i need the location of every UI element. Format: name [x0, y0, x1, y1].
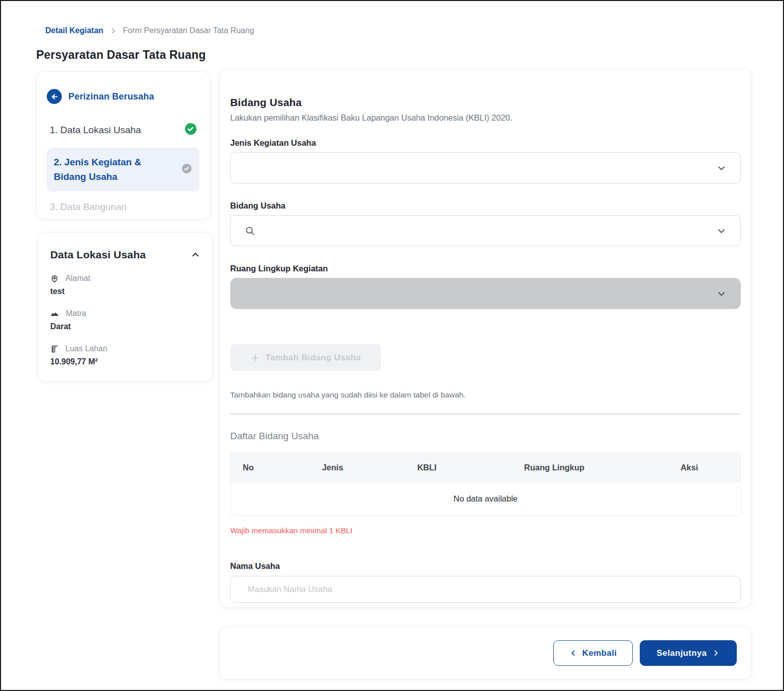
section-title: Bidang Usaha — [230, 96, 741, 109]
data-lokasi-usaha-toggle[interactable]: Data Lokasi Usaha — [50, 249, 200, 261]
bidang-usaha-select[interactable] — [230, 215, 741, 246]
table-header-row: No Jenis KBLI Ruang Lingkup Aksi — [231, 453, 740, 482]
page: Detail Kegiatan Form Persyaratan Dasar T… — [0, 0, 784, 691]
matra-value: Darat — [50, 322, 200, 331]
check-circle-gray-icon — [182, 164, 191, 175]
kembali-button[interactable]: Kembali — [553, 640, 633, 666]
location-pin-icon — [50, 274, 59, 283]
table-empty-state: No data available — [231, 482, 740, 515]
ruang-lingkup-kegiatan-label: Ruang Lingkup Kegiatan — [230, 264, 741, 273]
breadcrumb-link-detail-kegiatan[interactable]: Detail Kegiatan — [45, 26, 104, 35]
chevron-up-icon — [191, 250, 200, 259]
column-jenis: Jenis — [281, 463, 383, 472]
breadcrumb: Detail Kegiatan Form Persyaratan Dasar T… — [45, 26, 254, 35]
page-title: Persyaratan Dasar Tata Ruang — [36, 48, 206, 62]
luas-lahan-field: Luas Lahan 10.909,77 M² — [50, 344, 200, 366]
tambah-button-label: Tambah Bidang Usaha — [265, 353, 361, 363]
ruang-lingkup-kegiatan-select — [230, 278, 741, 309]
alamat-field: Alamat test — [50, 274, 200, 296]
check-circle-green-icon — [185, 123, 197, 137]
column-ruang-lingkup: Ruang Lingkup — [470, 463, 639, 472]
divider — [230, 414, 741, 415]
column-kbli: KBLI — [383, 463, 470, 472]
back-to-perizinan-berusaha[interactable]: Perizinan Berusaha — [47, 89, 200, 104]
matra-field: Matra Darat — [50, 309, 200, 331]
back-label: Perizinan Berusaha — [68, 91, 154, 102]
plus-icon — [250, 353, 260, 363]
nama-usaha-label: Nama Usaha — [230, 561, 741, 571]
mountains-icon — [50, 309, 59, 318]
bidang-usaha-table: No Jenis KBLI Ruang Lingkup Aksi No data… — [230, 453, 741, 516]
stepper-card: Perizinan Berusaha 1. Data Lokasi Usaha … — [36, 71, 210, 219]
step-label: 2. Jenis Kegiatan & Bidang Usaha — [54, 155, 159, 184]
data-lokasi-usaha-card: Data Lokasi Usaha Alamat test Matra Dara… — [38, 232, 213, 381]
column-no: No — [231, 463, 281, 472]
chevron-down-icon — [717, 226, 726, 236]
nama-usaha-input[interactable] — [230, 576, 741, 603]
chevron-down-icon — [717, 289, 726, 299]
selanjutnya-label: Selanjutnya — [657, 648, 707, 658]
ruler-icon — [50, 345, 59, 353]
section-subtitle: Lakukan pemilihan Klasifikasi Baku Lapan… — [230, 113, 741, 123]
kbli-error-message: Wajib memasukkan minimal 1 KBLI — [230, 526, 741, 535]
chevron-right-icon — [110, 27, 117, 35]
kembali-label: Kembali — [582, 648, 617, 658]
column-aksi: Aksi — [638, 463, 740, 472]
chevron-down-icon — [717, 163, 726, 173]
matra-label: Matra — [66, 309, 86, 318]
selanjutnya-button[interactable]: Selanjutnya — [640, 640, 737, 666]
breadcrumb-current: Form Persyaratan Dasar Tata Ruang — [123, 26, 254, 35]
step-jenis-kegiatan-bidang-usaha[interactable]: 2. Jenis Kegiatan & Bidang Usaha — [47, 148, 200, 191]
step-label: 1. Data Lokasi Usaha — [50, 125, 141, 136]
bidang-usaha-form-card: Bidang Usaha Lakukan pemilihan Klasifika… — [220, 69, 751, 608]
luas-lahan-label: Luas Lahan — [65, 344, 108, 353]
step-label: 3. Data Bangunan — [50, 202, 127, 213]
step-data-lokasi-usaha[interactable]: 1. Data Lokasi Usaha — [47, 123, 200, 137]
tambah-hint-text: Tambahkan bidang usaha yang sudah diisi … — [230, 390, 741, 400]
chevron-right-icon — [712, 649, 720, 657]
jenis-kegiatan-usaha-label: Jenis Kegiatan Usaha — [230, 138, 741, 148]
arrow-left-icon — [47, 89, 62, 104]
jenis-kegiatan-usaha-select[interactable] — [230, 152, 741, 183]
search-icon — [245, 226, 255, 236]
data-lokasi-usaha-title: Data Lokasi Usaha — [50, 249, 146, 261]
chevron-left-icon — [569, 649, 577, 657]
luas-lahan-value: 10.909,77 M² — [50, 357, 200, 366]
footer-action-bar: Kembali Selanjutnya — [220, 627, 751, 679]
daftar-bidang-usaha-title: Daftar Bidang Usaha — [230, 431, 741, 442]
alamat-value: test — [50, 287, 200, 296]
alamat-label: Alamat — [65, 274, 90, 283]
tambah-bidang-usaha-button: Tambah Bidang Usaha — [230, 344, 381, 371]
bidang-usaha-label: Bidang Usaha — [230, 201, 741, 211]
step-data-bangunan: 3. Data Bangunan — [47, 202, 200, 213]
